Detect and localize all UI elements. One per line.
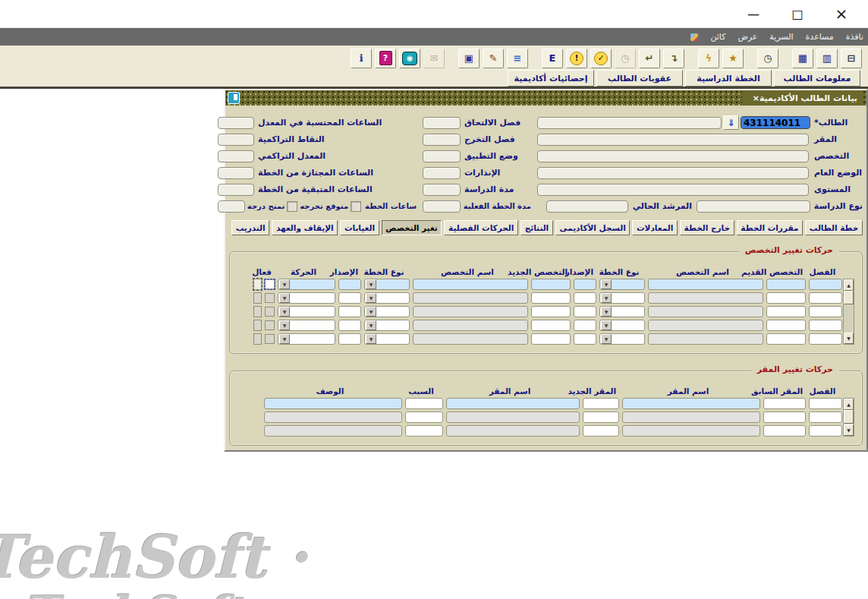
comment-button[interactable]: ≡ bbox=[507, 49, 528, 68]
table-cell-field[interactable] bbox=[809, 425, 842, 437]
table-cell-field[interactable]: ▼ bbox=[364, 320, 410, 331]
table-cell-field[interactable] bbox=[583, 411, 619, 423]
alert-button[interactable]: ! bbox=[566, 49, 587, 68]
gpa-hours-field[interactable] bbox=[218, 117, 254, 129]
main-tab-0[interactable]: معلومات الطالب bbox=[774, 70, 860, 87]
student-id-field[interactable] bbox=[741, 116, 810, 129]
edit-button[interactable]: ✎ bbox=[483, 49, 504, 68]
active-checkbox[interactable] bbox=[265, 279, 275, 289]
table-cell-field[interactable] bbox=[413, 292, 528, 304]
combo-arrow-icon[interactable]: ▼ bbox=[279, 320, 290, 330]
sub-tab-3[interactable]: المعادلات bbox=[632, 220, 678, 235]
graduation-term-field[interactable] bbox=[423, 134, 461, 146]
study-duration-field[interactable] bbox=[423, 184, 461, 196]
row-indicator[interactable] bbox=[253, 320, 262, 331]
menu-item-3[interactable]: عرض bbox=[737, 32, 757, 42]
menu-item-1[interactable]: مساعدة bbox=[806, 32, 834, 42]
main-tab-3[interactable]: إحصائيات أكاديمية bbox=[508, 70, 594, 87]
table-cell-field[interactable]: ▼ bbox=[278, 320, 335, 331]
table-cell-field[interactable] bbox=[446, 398, 580, 409]
row-indicator[interactable] bbox=[253, 279, 262, 290]
help-book-button[interactable]: ? bbox=[375, 49, 396, 68]
sub-tab-0[interactable]: خطة الطالب bbox=[805, 220, 863, 235]
capture-button[interactable]: ◉ bbox=[399, 49, 420, 68]
table-cell-field[interactable] bbox=[583, 398, 619, 409]
table-cell-field[interactable] bbox=[763, 398, 806, 409]
column-stats-button[interactable]: ▥ bbox=[816, 49, 838, 68]
table-cell-field[interactable] bbox=[531, 320, 571, 331]
table-cell-field[interactable] bbox=[648, 279, 763, 290]
table-cell-field[interactable]: ▼ bbox=[278, 306, 335, 317]
warnings-field[interactable] bbox=[423, 167, 461, 179]
sub-tab-7[interactable]: تغير التخصص bbox=[382, 220, 442, 235]
vertical-scrollbar[interactable]: ▲▼ bbox=[843, 279, 854, 345]
sub-tab-2[interactable]: خارج الخطة bbox=[680, 220, 734, 235]
combo-arrow-icon[interactable]: ▼ bbox=[366, 307, 376, 317]
print-button[interactable]: ⊟ bbox=[841, 49, 862, 68]
table-cell-field[interactable] bbox=[766, 292, 806, 304]
combo-arrow-icon[interactable]: ▼ bbox=[366, 334, 376, 344]
table-cell-field[interactable] bbox=[338, 292, 361, 304]
table-cell-field[interactable] bbox=[338, 333, 361, 345]
combo-arrow-icon[interactable]: ▼ bbox=[601, 320, 612, 330]
combo-arrow-icon[interactable]: ▼ bbox=[279, 334, 290, 344]
table-cell-field[interactable] bbox=[446, 425, 580, 437]
table-cell-field[interactable] bbox=[446, 411, 580, 423]
table-cell-field[interactable] bbox=[809, 292, 842, 304]
cumulative-points-field[interactable] bbox=[218, 134, 254, 146]
study-type-field[interactable] bbox=[697, 200, 810, 213]
main-tab-1[interactable]: الخطة الدراسية bbox=[685, 70, 772, 87]
scroll-down-icon[interactable]: ▼ bbox=[844, 333, 854, 344]
table-cell-field[interactable] bbox=[264, 411, 402, 423]
table-cell-field[interactable]: ▼ bbox=[278, 333, 335, 345]
actual-plan-duration-field[interactable] bbox=[423, 200, 461, 213]
active-checkbox[interactable] bbox=[265, 293, 275, 303]
combo-arrow-icon[interactable]: ▼ bbox=[601, 279, 612, 289]
sub-tab-6[interactable]: الحركات الفصلية bbox=[444, 220, 518, 235]
info-button[interactable]: ℹ bbox=[351, 49, 372, 68]
application-status-field[interactable] bbox=[423, 150, 461, 162]
sub-tab-4[interactable]: السجل الأكاديمى bbox=[555, 220, 631, 235]
plan-hours-field[interactable] bbox=[218, 200, 245, 213]
combo-arrow-icon[interactable]: ▼ bbox=[279, 293, 290, 303]
student-lov-button[interactable]: ⇓ bbox=[723, 115, 739, 130]
row-indicator[interactable] bbox=[253, 306, 262, 317]
table-cell-field[interactable] bbox=[766, 279, 806, 290]
table-cell-field[interactable] bbox=[766, 320, 806, 331]
table-cell-field[interactable] bbox=[809, 333, 842, 345]
table-cell-field[interactable] bbox=[338, 320, 361, 331]
table-cell-field[interactable]: ▼ bbox=[599, 292, 645, 304]
table-cell-field[interactable] bbox=[648, 333, 763, 345]
table-cell-field[interactable] bbox=[763, 425, 806, 437]
table-cell-field[interactable] bbox=[809, 279, 842, 290]
table-cell-field[interactable] bbox=[648, 292, 763, 304]
bar-stats-button[interactable]: ▦ bbox=[792, 49, 813, 68]
table-cell-field[interactable]: ▼ bbox=[599, 279, 645, 290]
menu-item-2[interactable]: السرية bbox=[769, 32, 793, 42]
table-cell-field[interactable] bbox=[648, 306, 763, 317]
close-button[interactable]: × bbox=[824, 0, 859, 27]
current-advisor-field[interactable] bbox=[546, 200, 628, 213]
active-checkbox[interactable] bbox=[265, 320, 275, 330]
level-field[interactable] bbox=[537, 184, 809, 196]
minimize-button[interactable]: — bbox=[736, 0, 771, 27]
table-cell-field[interactable] bbox=[264, 425, 402, 437]
table-cell-field[interactable]: ▼ bbox=[364, 292, 410, 304]
table-cell-field[interactable] bbox=[338, 306, 361, 317]
table-cell-field[interactable]: ▼ bbox=[599, 333, 645, 345]
admission-term-field[interactable] bbox=[423, 117, 461, 129]
table-cell-field[interactable]: ▼ bbox=[599, 306, 645, 317]
excel-button[interactable]: E bbox=[542, 49, 563, 68]
table-cell-field[interactable] bbox=[809, 320, 842, 331]
combo-arrow-icon[interactable]: ▼ bbox=[601, 334, 612, 344]
sub-tab-9[interactable]: الإيقاف والعهد bbox=[272, 220, 338, 235]
menu-item-4[interactable]: كائن bbox=[710, 32, 725, 42]
table-cell-field[interactable] bbox=[622, 411, 760, 423]
table-cell-field[interactable] bbox=[405, 411, 443, 423]
table-cell-field[interactable] bbox=[338, 279, 361, 290]
table-cell-field[interactable] bbox=[574, 306, 596, 317]
table-cell-field[interactable]: ▼ bbox=[364, 306, 410, 317]
table-cell-field[interactable] bbox=[809, 398, 842, 409]
table-cell-field[interactable] bbox=[574, 333, 596, 345]
combo-arrow-icon[interactable]: ▼ bbox=[279, 279, 290, 289]
